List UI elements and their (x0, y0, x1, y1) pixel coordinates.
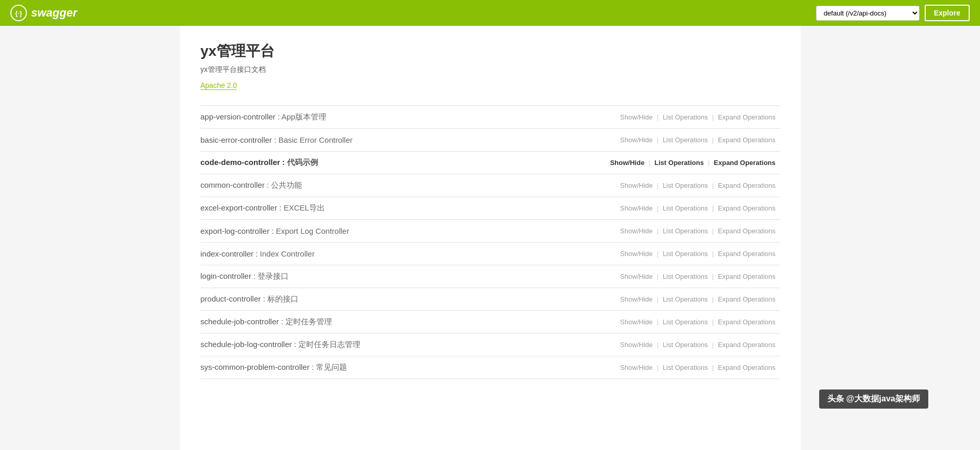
expand-operations-link[interactable]: Expand Operations (714, 317, 779, 327)
controller-name-part: excel-export-controller (201, 203, 277, 212)
list-operations-link[interactable]: List Operations (658, 363, 712, 372)
controller-row: basic-error-controller : Basic Error Con… (201, 129, 780, 152)
logo-icon: {·} (10, 5, 27, 21)
show-hide-link[interactable]: Show/Hide (616, 249, 657, 259)
controller-row: login-controller : 登录接口Show/Hide | List … (201, 265, 780, 288)
show-hide-link[interactable]: Show/Hide (616, 181, 657, 190)
controller-name: common-controller : 公共功能 (201, 181, 616, 190)
controller-desc-part: Basic Error Controller (278, 136, 352, 144)
expand-operations-link[interactable]: Expand Operations (714, 340, 779, 350)
controller-desc-part: EXCEL导出 (283, 203, 324, 212)
controller-actions: Show/Hide | List Operations | Expand Ope… (616, 135, 779, 145)
controller-desc-part: 定时任务管理 (285, 317, 332, 326)
controller-actions: Show/Hide | List Operations | Expand Ope… (616, 226, 779, 236)
controller-name-part: sys-common-problem-controller (201, 363, 310, 371)
license-link[interactable]: Apache 2.0 (201, 81, 237, 90)
controller-name: login-controller : 登录接口 (201, 272, 616, 281)
header-right: default (/v2/api-docs) Explore (816, 5, 970, 21)
list-operations-link[interactable]: List Operations (651, 158, 708, 168)
app-header: {·} swagger default (/v2/api-docs) Explo… (0, 0, 980, 26)
list-operations-link[interactable]: List Operations (658, 181, 712, 190)
explore-button[interactable]: Explore (925, 5, 970, 21)
show-hide-link[interactable]: Show/Hide (616, 363, 657, 372)
show-hide-link[interactable]: Show/Hide (616, 226, 657, 236)
expand-operations-link[interactable]: Expand Operations (714, 363, 779, 372)
expand-operations-link[interactable]: Expand Operations (714, 112, 779, 122)
controller-name-part: export-log-controller (201, 227, 269, 235)
controller-name: excel-export-controller : EXCEL导出 (201, 203, 616, 213)
controller-actions: Show/Hide | List Operations | Expand Ope… (616, 272, 779, 281)
controller-name-part: index-controller (201, 249, 254, 258)
expand-operations-link[interactable]: Expand Operations (714, 294, 779, 304)
header-left: {·} swagger (10, 5, 77, 21)
controller-desc-part: Index Controller (260, 249, 315, 258)
show-hide-link[interactable]: Show/Hide (616, 340, 657, 350)
controller-name-part: app-version-controller (201, 112, 276, 121)
expand-operations-link[interactable]: Expand Operations (710, 158, 779, 168)
controller-name-part: basic-error-controller (201, 136, 272, 144)
expand-operations-link[interactable]: Expand Operations (714, 181, 779, 190)
controller-actions: Show/Hide | List Operations | Expand Ope… (616, 363, 779, 372)
swagger-logo: {·} swagger (10, 5, 77, 21)
controller-actions: Show/Hide | List Operations | Expand Ope… (616, 203, 779, 213)
expand-operations-link[interactable]: Expand Operations (714, 226, 779, 236)
controller-desc-part: 常见问题 (316, 363, 347, 371)
list-operations-link[interactable]: List Operations (658, 203, 712, 213)
show-hide-link[interactable]: Show/Hide (616, 272, 657, 281)
controller-row: index-controller : Index ControllerShow/… (201, 243, 780, 265)
list-operations-link[interactable]: List Operations (658, 249, 712, 259)
expand-operations-link[interactable]: Expand Operations (714, 272, 779, 281)
show-hide-link[interactable]: Show/Hide (616, 203, 657, 213)
controller-row: product-controller : 标的接口Show/Hide | Lis… (201, 288, 780, 311)
list-operations-link[interactable]: List Operations (658, 272, 712, 281)
list-operations-link[interactable]: List Operations (658, 317, 712, 327)
controller-actions: Show/Hide | List Operations | Expand Ope… (616, 340, 779, 350)
controller-name: schedule-job-log-controller : 定时任务日志管理 (201, 340, 616, 350)
list-operations-link[interactable]: List Operations (658, 112, 712, 122)
show-hide-link[interactable]: Show/Hide (616, 294, 657, 304)
watermark: 头条 @大数据java架构师 (819, 389, 928, 409)
controller-desc-part: 标的接口 (267, 294, 298, 303)
controller-row: schedule-job-controller : 定时任务管理Show/Hid… (201, 311, 780, 334)
show-hide-link[interactable]: Show/Hide (606, 158, 649, 168)
controller-name-part: login-controller (201, 272, 251, 280)
app-description: yx管理平台接口文档 (201, 65, 780, 74)
show-hide-link[interactable]: Show/Hide (616, 135, 657, 145)
controller-name: basic-error-controller : Basic Error Con… (201, 136, 616, 144)
controller-name: index-controller : Index Controller (201, 249, 616, 258)
controller-row: sys-common-problem-controller : 常见问题Show… (201, 356, 780, 379)
list-operations-link[interactable]: List Operations (658, 340, 712, 350)
expand-operations-link[interactable]: Expand Operations (714, 249, 779, 259)
list-operations-link[interactable]: List Operations (658, 226, 712, 236)
expand-operations-link[interactable]: Expand Operations (714, 203, 779, 213)
controller-row: code-demo-controller : 代码示例Show/Hide | L… (201, 152, 780, 174)
expand-operations-link[interactable]: Expand Operations (714, 135, 779, 145)
controller-desc-part: 公共功能 (271, 181, 302, 189)
controller-name-part: code-demo-controller (201, 158, 280, 167)
app-title: yx管理平台 (201, 41, 780, 61)
controller-actions: Show/Hide | List Operations | Expand Ope… (616, 294, 779, 304)
controller-name: sys-common-problem-controller : 常见问题 (201, 363, 616, 372)
controller-name-part: product-controller (201, 294, 261, 303)
list-operations-link[interactable]: List Operations (658, 294, 712, 304)
controller-row: export-log-controller : Export Log Contr… (201, 220, 780, 243)
controller-row: excel-export-controller : EXCEL导出Show/Hi… (201, 197, 780, 220)
url-select[interactable]: default (/v2/api-docs) (816, 6, 919, 21)
list-operations-link[interactable]: List Operations (658, 135, 712, 145)
controller-actions: Show/Hide | List Operations | Expand Ope… (616, 249, 779, 259)
controller-desc-part: Export Log Controller (276, 227, 349, 235)
controller-actions: Show/Hide | List Operations | Expand Ope… (616, 181, 779, 190)
controller-name-part: common-controller (201, 181, 265, 189)
controller-name: code-demo-controller : 代码示例 (201, 158, 606, 168)
controller-name: app-version-controller : App版本管理 (201, 112, 616, 122)
controller-desc-part: 登录接口 (258, 272, 289, 280)
controller-actions: Show/Hide | List Operations | Expand Ope… (606, 158, 780, 168)
show-hide-link[interactable]: Show/Hide (616, 112, 657, 122)
show-hide-link[interactable]: Show/Hide (616, 317, 657, 327)
controller-actions: Show/Hide | List Operations | Expand Ope… (616, 317, 779, 327)
controller-name-part: schedule-job-controller (201, 317, 279, 326)
controller-row: app-version-controller : App版本管理Show/Hid… (201, 106, 780, 129)
controllers-list: app-version-controller : App版本管理Show/Hid… (201, 106, 780, 379)
controller-name: export-log-controller : Export Log Contr… (201, 227, 616, 235)
controller-desc-part: App版本管理 (281, 112, 326, 121)
